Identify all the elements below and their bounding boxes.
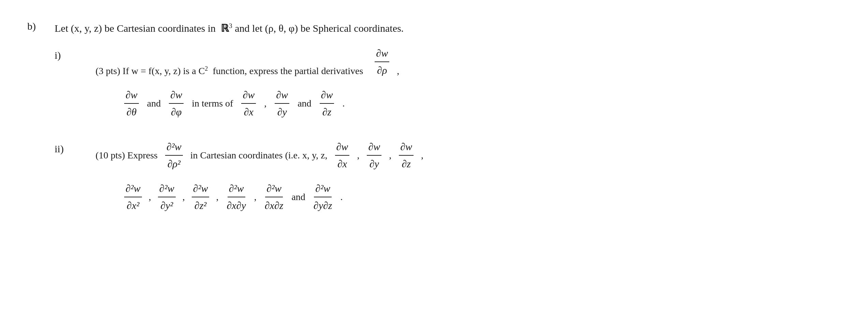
d2w-dydz-num: ∂²w [314,181,332,197]
ii-comma6: , [216,190,218,203]
d2w-dxdz-frac: ∂²w ∂x∂z [263,181,285,213]
ii-comma2: , [389,149,391,162]
dw-dtheta-den: ∂θ [125,104,138,119]
part-b-text: Let (x, y, z) be Cartesian coordinates i… [55,20,404,36]
ii-comma4: , [149,190,151,203]
part-b: b) Let (x, y, z) be Cartesian coordinate… [27,20,841,226]
d2w-drho2-den: ∂ρ² [166,156,182,171]
intro2-text: and let (ρ, θ, φ) be Spherical coordinat… [235,23,404,34]
d2w-dz2-den: ∂z² [193,197,208,213]
d2w-drho2-num: ∂²w [165,140,183,156]
ii-comma7: , [254,190,257,203]
dw-dx-frac: ∂w ∂x [241,88,256,119]
dw-drho-num: ∂w [375,46,389,62]
d2w-dx2-frac: ∂²w ∂x² [124,181,142,213]
main-content: b) Let (x, y, z) be Cartesian coordinate… [27,20,841,226]
ii-dw-dz-frac: ∂w ∂z [399,140,414,171]
period2: . [340,190,343,203]
d2w-dx2-den: ∂x² [125,197,141,213]
d2w-dydz-frac: ∂²w ∂y∂z [312,181,334,213]
sub-i-text1: (3 pts) If w = f(x, y, z) is a C2 functi… [96,64,363,78]
d2w-dy2-den: ∂y² [159,197,174,213]
d2w-dy2-num: ∂²w [158,181,176,197]
ii-dw-dx-frac: ∂w ∂x [335,140,350,171]
comma2: , [264,97,266,110]
intro-text: Let (x, y, z) be Cartesian coordinates i… [55,23,216,34]
dw-dphi-den: ∂φ [170,104,183,119]
sub-ii-label: ii) [55,140,96,155]
dw-dz-den: ∂z [321,104,333,119]
dw-dy-den: ∂y [276,104,288,119]
and3-text: and [291,190,305,203]
C2-exp: 2 [205,65,208,72]
part-b-label: b) [27,20,48,32]
d2w-dydz-den: ∂y∂z [312,197,334,213]
d2w-dz2-frac: ∂²w ∂z² [192,181,209,213]
sub-ii-line2: ∂²w ∂x² , ∂²w ∂y² , ∂²w ∂z² , ∂² [96,181,841,213]
ii-dw-dz-num: ∂w [399,140,414,156]
d2w-dxdy-frac: ∂²w ∂x∂y [225,181,247,213]
ii-comma5: , [183,190,185,203]
and1-text: and [147,97,161,110]
ii-dw-dy-num: ∂w [367,140,381,156]
dw-dphi-num: ∂w [169,88,184,104]
d2w-dy2-frac: ∂²w ∂y² [158,181,176,213]
sub-i-label: i) [55,46,96,61]
dw-dz-frac: ∂w ∂z [320,88,334,119]
in-terms-text: in terms of [192,97,233,110]
d2w-dxdz-den: ∂x∂z [263,197,285,213]
d2w-dx2-num: ∂²w [124,181,142,197]
ii-dw-dy-den: ∂y [368,156,380,171]
R3-exp: 3 [229,22,232,29]
R3-symbol: ℝ [221,23,229,34]
comma1: , [397,64,399,78]
d2w-dxdy-num: ∂²w [228,181,245,197]
sub-part-ii: ii) (10 pts) Express ∂²w ∂ρ² in Cartesia… [55,140,841,213]
and2-text: and [298,97,311,110]
dw-dy-frac: ∂w ∂y [275,88,289,119]
dw-dphi-frac: ∂w ∂φ [169,88,184,119]
ii-dw-dz-den: ∂z [400,156,412,171]
ii-comma1: , [357,149,359,162]
dw-dy-num: ∂w [275,88,289,104]
sub-ii-line1: (10 pts) Express ∂²w ∂ρ² in Cartesian co… [96,140,841,171]
dw-dz-num: ∂w [320,88,334,104]
part-b-header: b) Let (x, y, z) be Cartesian coordinate… [27,20,841,36]
ii-dw-dx-num: ∂w [335,140,350,156]
dw-dtheta-num: ∂w [124,88,139,104]
sub-ii-text1: (10 pts) Express [96,149,158,162]
ii-comma3: , [421,149,423,162]
dw-dx-num: ∂w [241,88,256,104]
sub-ii-text2: in Cartesian coordinates (i.e. x, y, z, [190,149,328,162]
d2w-dxdz-num: ∂²w [265,181,283,197]
dw-drho-frac: ∂w ∂ρ [375,46,389,78]
ii-dw-dx-den: ∂x [336,156,348,171]
sub-i-line2: ∂w ∂θ and ∂w ∂φ in terms of ∂w ∂x , [96,88,841,119]
period1: . [342,97,345,110]
sub-i-content: (3 pts) If w = f(x, y, z) is a C2 functi… [96,46,841,119]
sub-i-line1: (3 pts) If w = f(x, y, z) is a C2 functi… [96,46,841,78]
sub-ii-content: (10 pts) Express ∂²w ∂ρ² in Cartesian co… [96,140,841,213]
dw-drho-den: ∂ρ [376,62,388,78]
dw-dtheta-frac: ∂w ∂θ [124,88,139,119]
d2w-drho2-frac: ∂²w ∂ρ² [165,140,183,171]
dw-dx-den: ∂x [243,104,255,119]
ii-dw-dy-frac: ∂w ∂y [367,140,381,171]
d2w-dz2-num: ∂²w [192,181,209,197]
d2w-dxdy-den: ∂x∂y [225,197,247,213]
sub-part-i: i) (3 pts) If w = f(x, y, z) is a C2 fun… [55,46,841,119]
